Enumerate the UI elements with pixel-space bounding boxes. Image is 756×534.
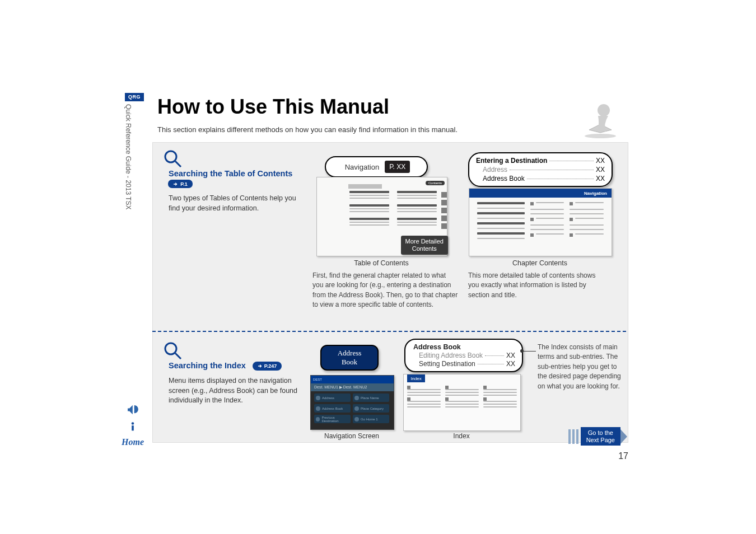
section-index-title: Searching the Index — [169, 361, 246, 370]
dest-menu-tabs: Dest. MENU1 ▶ Dest. MENU2 — [311, 383, 394, 391]
detailed-contents-label: More Detailed Contents — [401, 236, 448, 255]
entering-destination-callout: Entering a Destination XX Address XX Add… — [468, 152, 613, 187]
magnifier-icon — [162, 148, 183, 168]
entering-title-row: Entering a Destination XX — [476, 157, 605, 165]
chevron-right-icon — [620, 429, 627, 444]
section-toc-desc: Two types of Tables of Contents help you… — [169, 194, 297, 213]
svg-point-6 — [165, 343, 176, 354]
index-thumbnail: Index — [403, 374, 521, 431]
address-book-heading: Address Book — [413, 343, 515, 351]
index-caption: Index — [403, 432, 520, 440]
toc-caption: Table of Contents — [316, 259, 446, 267]
svg-rect-0 — [132, 425, 134, 430]
page-247-label: P.247 — [264, 363, 277, 369]
dest-header: DEST — [311, 376, 394, 383]
btn-place-name: Place Name — [353, 394, 389, 402]
btn-go-home: Go Home 1 — [353, 415, 389, 423]
next-bars-icon — [568, 429, 578, 444]
page-title: How to Use This Manual — [157, 95, 389, 119]
btn-place-category: Place Category — [353, 404, 389, 413]
navigation-screen-thumbnail: DEST Dest. MENU1 ▶ Dest. MENU2 Address P… — [310, 375, 394, 430]
page: QRG Quick Reference Guide - 2013 TSX Hom… — [0, 0, 756, 534]
qrg-badge[interactable]: QRG — [125, 93, 144, 101]
chapter-navbar: Navigation — [469, 189, 612, 198]
chapter-paragraph: This more detailed table of contents sho… — [468, 271, 605, 300]
svg-point-2 — [585, 134, 616, 138]
address-book-index-callout: Address Book Editing Address Book XX Set… — [404, 339, 523, 372]
home-link[interactable]: Home — [122, 437, 144, 447]
reading-person-icon — [572, 99, 628, 138]
nav-screen-caption: Navigation Screen — [310, 432, 393, 440]
svg-line-7 — [175, 353, 181, 359]
address-row-setting: Setting Destination XX — [413, 360, 515, 368]
page-1-label: P.1 — [180, 181, 187, 187]
section-toc-title: Searching the Table of Contents — [169, 169, 292, 178]
magnifier-icon — [162, 340, 183, 360]
side-icons: Home — [122, 404, 144, 447]
index-lines — [407, 386, 517, 427]
voice-icon[interactable] — [125, 404, 141, 416]
entering-sub1: Address XX — [476, 166, 605, 174]
chapter-caption: Chapter Contents — [469, 259, 611, 267]
svg-point-1 — [132, 422, 134, 425]
entering-sub2: Address Book XX — [476, 175, 605, 182]
nav-callout-label: Navigation — [339, 160, 385, 175]
index-tag: Index — [407, 374, 425, 382]
page-1-link[interactable]: P.1 — [168, 180, 193, 188]
chapter-lines — [477, 202, 604, 249]
address-book-callout: AddressBook — [320, 345, 379, 371]
btn-address-book: Address Book — [314, 404, 351, 413]
page-subtitle: This section explains different methods … — [157, 125, 458, 134]
btn-prev-dest: Previous Destination — [314, 415, 351, 423]
nav-callout-page: P. XX — [385, 161, 410, 173]
section-divider — [152, 331, 626, 332]
entering-title: Entering a Destination — [476, 157, 547, 165]
page-number: 17 — [618, 451, 628, 461]
next-page-label: Go to theNext Page — [581, 427, 620, 446]
page-247-link[interactable]: P.247 — [253, 362, 282, 371]
toc-paragraph: First, find the general chapter related … — [312, 271, 458, 310]
svg-point-3 — [598, 104, 610, 116]
next-page-button[interactable]: Go to theNext Page — [568, 427, 627, 446]
section-index-desc: Menu items displayed on the navigation s… — [169, 376, 303, 406]
side-title: Quick Reference Guide - 2013 TSX — [124, 104, 132, 210]
address-row-editing: Editing Address Book XX — [413, 352, 515, 359]
svg-point-4 — [165, 151, 176, 162]
connector-line — [522, 351, 536, 352]
index-paragraph: The Index consists of main terms and sub… — [538, 343, 627, 391]
nav-button-grid: Address Place Name Address Book Place Ca… — [311, 391, 394, 425]
chapter-thumbnail: Navigation — [469, 188, 612, 256]
contents-pill: Contents — [426, 181, 445, 185]
entering-title-page: XX — [596, 157, 605, 165]
navigation-callout: Navigation P. XX — [325, 156, 428, 177]
svg-line-5 — [175, 161, 181, 167]
info-icon[interactable] — [125, 420, 141, 433]
toc-thumbnail: Contents More Detailed Content — [316, 177, 447, 256]
btn-address: Address — [314, 394, 351, 402]
